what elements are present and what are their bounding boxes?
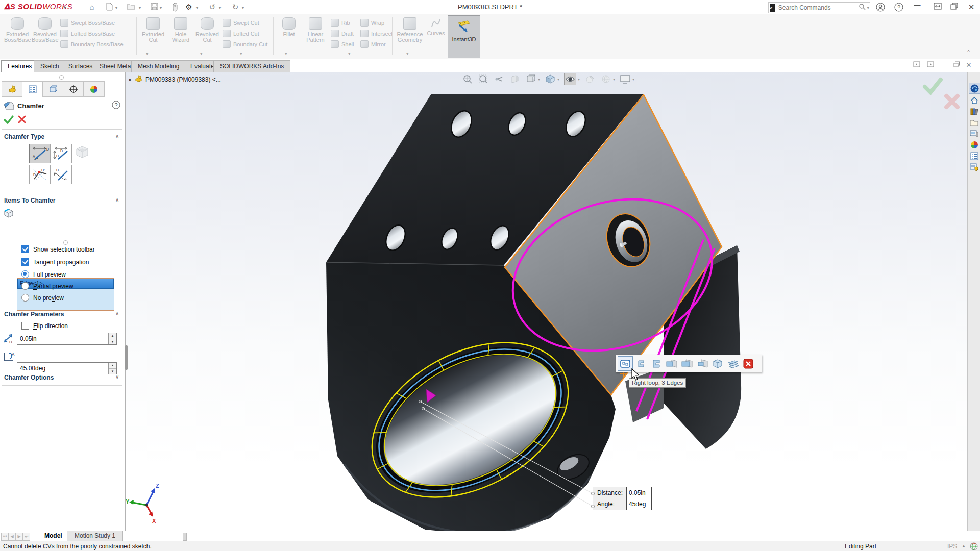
distance-distance-type-button[interactable]: DD [50, 144, 72, 163]
panel-splitter-handle[interactable] [125, 345, 128, 370]
doc-close-button[interactable]: ✕ [964, 61, 974, 69]
last-tab-button[interactable]: ⏭ [22, 533, 30, 541]
tab-featuremanager[interactable] [2, 81, 23, 97]
file-explorer-icon[interactable] [969, 117, 979, 128]
previous-view-icon[interactable] [494, 73, 505, 85]
intersect-button[interactable]: Intersect [360, 28, 393, 39]
new-dropdown-arrow[interactable]: ▾ [115, 6, 117, 10]
view-settings-icon[interactable] [620, 73, 631, 85]
loop-through-face-left-icon[interactable] [665, 357, 679, 370]
restore-button[interactable] [948, 3, 960, 11]
doc-restore-button[interactable] [951, 61, 962, 68]
hide-show-items-dropdown[interactable]: ▾ [578, 77, 580, 82]
zoom-to-fit-icon[interactable] [462, 73, 473, 85]
instant3d-button[interactable]: Instant3D [448, 15, 480, 58]
section-chamfer-options[interactable]: Chamfer Options [4, 374, 54, 381]
zoom-to-area-icon[interactable] [478, 73, 489, 85]
callout-angle-value[interactable]: 45deg [627, 498, 651, 510]
chamfer-distance-field[interactable]: 0.05in▲▼ [17, 333, 117, 345]
flyout-arrow[interactable]: ▾ [285, 51, 287, 56]
rib-button[interactable]: Rib [331, 17, 354, 28]
angle-spinner[interactable]: ▲▼ [108, 363, 116, 374]
fillet-button[interactable]: Fillet [276, 16, 302, 37]
feature-faces-icon[interactable] [726, 357, 740, 370]
section-view-icon[interactable] [509, 73, 521, 85]
search-icon[interactable] [859, 3, 866, 12]
home-button[interactable]: ⌂ [87, 3, 97, 12]
lofted-cut-button[interactable]: Lofted Cut [223, 28, 267, 39]
custom-properties-icon[interactable] [969, 151, 979, 161]
solid-body-icon[interactable] [710, 357, 725, 370]
show-selection-toolbar-checkbox[interactable] [21, 245, 29, 253]
first-tab-button[interactable]: ⏮ [1, 533, 9, 541]
tab-propertymanager[interactable] [22, 81, 43, 97]
face-face-type-button[interactable]: D [50, 165, 72, 184]
extruded-boss-base-button[interactable]: ExtrudedBoss/Base [4, 16, 31, 43]
user-account-icon[interactable] [875, 3, 886, 13]
ok-button[interactable] [3, 114, 14, 127]
tab-splitter[interactable] [183, 533, 187, 541]
graphics-area[interactable]: Z Y X ▾ ▾ ▾ ▾ ▾ ▸ PM009383 (PM009383) <.… [125, 72, 967, 531]
extruded-cut-button[interactable]: ExtrudedCut [140, 16, 166, 43]
design-library-icon[interactable] [969, 106, 979, 116]
boundary-cut-button[interactable]: Boundary Cut [223, 39, 267, 49]
listbox-resize-dot[interactable] [63, 240, 68, 245]
undo-button[interactable]: ↺ [207, 3, 217, 12]
flyout-arrow[interactable]: ▾ [200, 51, 203, 56]
callout-distance-value[interactable]: 0.05in [627, 487, 651, 498]
flip-direction-checkbox[interactable] [21, 322, 29, 330]
doc-next-window-button[interactable] [925, 61, 936, 68]
flyout-arrow[interactable]: ▾ [406, 51, 409, 56]
view-orientation-icon[interactable] [525, 73, 536, 85]
collapse-chevron[interactable]: ∧ [115, 311, 119, 316]
tangent-propagation-row[interactable]: Tangent propagation [21, 258, 89, 266]
prev-tab-button[interactable]: ◀ [8, 533, 16, 541]
confirm-cancel-corner[interactable] [943, 92, 961, 113]
flip-direction-row[interactable]: Flip direction [21, 322, 68, 330]
hide-show-items-icon[interactable] [564, 73, 576, 85]
cancel-button[interactable] [17, 115, 27, 126]
display-style-dropdown[interactable]: ▾ [557, 77, 559, 82]
view-settings-dropdown[interactable]: ▾ [632, 77, 634, 82]
panel-resize-dot[interactable] [59, 75, 64, 80]
tab-configurationmanager[interactable] [42, 81, 64, 97]
open-button[interactable] [126, 3, 136, 12]
revolved-boss-base-button[interactable]: RevolvedBoss/Base [32, 16, 58, 43]
collapse-chevron[interactable]: ∧ [115, 197, 119, 203]
expand-chevron[interactable]: ∨ [115, 374, 119, 380]
swept-cut-button[interactable]: Swept Cut [223, 17, 267, 28]
undo-dropdown-arrow[interactable]: ▾ [219, 6, 221, 10]
section-items-to-chamfer[interactable]: Items To Chamfer [4, 197, 55, 204]
display-style-icon[interactable] [545, 73, 556, 85]
redo-button[interactable]: ↻ [230, 3, 240, 12]
logo-expand-arrow[interactable]: ▸ [64, 4, 66, 10]
3dexperience-icon[interactable] [969, 83, 980, 94]
reference-geometry-button[interactable]: ReferenceGeometry [395, 16, 425, 43]
close-button[interactable]: ✕ [966, 3, 977, 12]
view-orientation-dropdown[interactable]: ▾ [538, 77, 540, 82]
new-document-button[interactable] [104, 3, 114, 12]
section-chamfer-parameters[interactable]: Chamfer Parameters [4, 311, 64, 318]
help-icon[interactable]: ? [893, 3, 904, 13]
appearances-icon[interactable] [969, 140, 979, 150]
chamfer-angle-field[interactable]: 45.00deg▲▼ [17, 362, 117, 374]
open-dropdown-arrow[interactable]: ▾ [139, 6, 141, 10]
show-selection-toolbar-row[interactable]: Show selection toolbar [21, 245, 95, 253]
tree-root-label[interactable]: PM009383 (PM009383) <... [145, 76, 221, 83]
shell-button[interactable]: Shell [331, 39, 354, 49]
units-dropdown-arrow[interactable]: ▴ [963, 543, 965, 548]
options-gear-button[interactable]: ⚙ [184, 3, 194, 12]
right-loop-icon[interactable] [649, 357, 664, 370]
curves-button[interactable]: Curves [425, 16, 447, 36]
partial-preview-row[interactable]: Partial preview [21, 282, 74, 290]
hole-wizard-button[interactable]: HoleWizard [167, 16, 194, 43]
mirror-button[interactable]: Mirror [360, 39, 393, 49]
options-dropdown-arrow[interactable]: ▾ [196, 6, 198, 10]
tab-model[interactable]: Model [37, 531, 70, 541]
swept-boss-base-button[interactable]: Swept Boss/Base [60, 17, 124, 28]
partial-preview-radio[interactable] [21, 282, 29, 290]
chamfer-callout[interactable]: Distance: 0.05in Angle: 45deg [593, 487, 652, 510]
forum-icon[interactable] [969, 162, 979, 172]
ribbon-collapse-arrow[interactable]: ⌃ [966, 49, 971, 56]
full-preview-radio[interactable] [21, 270, 29, 278]
